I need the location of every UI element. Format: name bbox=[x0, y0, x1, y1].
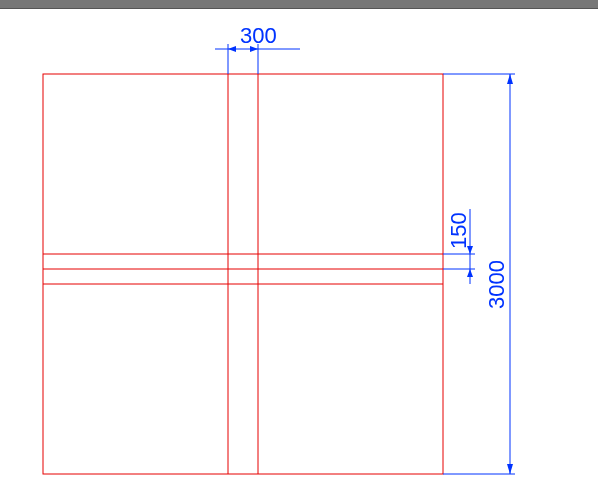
app-titlebar bbox=[0, 0, 598, 9]
dimension-column-width: 300 bbox=[215, 23, 300, 74]
dimension-column-width-label: 300 bbox=[240, 23, 277, 48]
drawing-canvas: 300 150 3000 bbox=[0, 9, 598, 501]
svg-marker-14 bbox=[507, 464, 513, 474]
dimension-beam-depth-label: 150 bbox=[446, 212, 471, 249]
svg-marker-9 bbox=[467, 269, 473, 277]
outer-boundary bbox=[43, 74, 443, 474]
svg-marker-3 bbox=[228, 46, 236, 52]
cad-drawing: 300 150 3000 bbox=[0, 9, 598, 501]
svg-marker-13 bbox=[507, 74, 513, 84]
dimension-beam-depth: 150 bbox=[443, 209, 475, 284]
dimension-overall-height: 3000 bbox=[443, 74, 515, 474]
dimension-overall-height-label: 3000 bbox=[484, 260, 509, 309]
